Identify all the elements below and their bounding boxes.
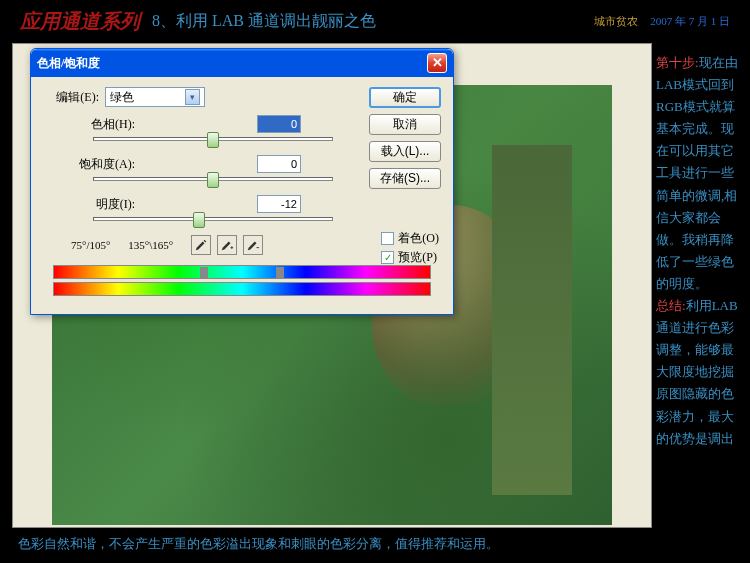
step-label: 第十步: (656, 55, 699, 70)
edit-dropdown[interactable]: 绿色 ▾ (105, 87, 205, 107)
dialog-titlebar[interactable]: 色相/饱和度 ✕ (31, 49, 453, 77)
spectrum-output (53, 282, 431, 296)
date-label: 2007 年 7 月 1 日 (650, 14, 730, 29)
dialog-body: 编辑(E): 绿色 ▾ 色相(H): 饱和度(A): (31, 77, 453, 314)
lightness-label: 明度(I): (63, 196, 135, 213)
colorize-checkbox[interactable] (381, 232, 394, 245)
step-body2: 利用LAB通道进行色彩调整，能够最大限度地挖掘原图隐藏的色彩潜力，最大的优势是调… (656, 298, 738, 446)
saturation-label: 饱和度(A): (63, 156, 135, 173)
range-right: 135°\165° (128, 239, 173, 251)
range-left: 75°/105° (71, 239, 110, 251)
hue-input[interactable] (257, 115, 301, 133)
lightness-input[interactable] (257, 195, 301, 213)
dialog-title: 色相/饱和度 (37, 55, 427, 72)
hue-slider-thumb[interactable] (207, 132, 219, 148)
close-icon: ✕ (432, 55, 443, 71)
author-label: 城市贫农 (594, 14, 638, 29)
preview-label: 预览(P) (398, 249, 437, 266)
tutorial-bottom-text: 色彩自然和谐，不会产生严重的色彩溢出现象和刺眼的色彩分离，值得推荐和运用。 (18, 535, 618, 553)
load-button[interactable]: 载入(L)... (369, 141, 441, 162)
edit-label: 编辑(E): (43, 89, 99, 106)
series-title: 应用通道系列 (20, 8, 140, 35)
spectrum-area (53, 265, 431, 296)
lesson-title: 8、利用 LAB 通道调出靓丽之色 (152, 11, 376, 32)
preview-checkbox[interactable]: ✓ (381, 251, 394, 264)
hue-slider[interactable] (93, 137, 333, 141)
spectrum-range-markers[interactable] (204, 264, 279, 282)
eyedropper-add-button[interactable] (217, 235, 237, 255)
hue-label: 色相(H): (63, 116, 135, 133)
lightness-slider-thumb[interactable] (193, 212, 205, 228)
step-body1: 现在由LAB模式回到RGB模式就算基本完成。现在可以用其它工具进行一些简单的微调… (656, 55, 738, 291)
saturation-slider-thumb[interactable] (207, 172, 219, 188)
eyedropper-icon (194, 238, 208, 252)
tutorial-side-text: 第十步:现在由LAB模式回到RGB模式就算基本完成。现在可以用其它工具进行一些简… (656, 52, 738, 450)
eyedropper-plus-icon (220, 238, 234, 252)
saturation-slider[interactable] (93, 177, 333, 181)
cancel-button[interactable]: 取消 (369, 114, 441, 135)
hue-saturation-dialog: 色相/饱和度 ✕ 编辑(E): 绿色 ▾ 色相(H): (30, 48, 454, 315)
save-button[interactable]: 存储(S)... (369, 168, 441, 189)
ok-button[interactable]: 确定 (369, 87, 441, 108)
lightness-slider[interactable] (93, 217, 333, 221)
page-header: 应用通道系列 8、利用 LAB 通道调出靓丽之色 城市贫农 2007 年 7 月… (0, 0, 750, 43)
chevron-down-icon: ▾ (185, 89, 200, 105)
eyedropper-subtract-button[interactable] (243, 235, 263, 255)
close-button[interactable]: ✕ (427, 53, 447, 73)
saturation-input[interactable] (257, 155, 301, 173)
eyedropper-button[interactable] (191, 235, 211, 255)
colorize-label: 着色(O) (398, 230, 439, 247)
summary-label: 总结: (656, 298, 686, 313)
edit-dropdown-value: 绿色 (110, 89, 134, 106)
spectrum-input[interactable] (53, 265, 431, 279)
editor-area: 色相/饱和度 ✕ 编辑(E): 绿色 ▾ 色相(H): (12, 43, 652, 528)
eyedropper-minus-icon (246, 238, 260, 252)
